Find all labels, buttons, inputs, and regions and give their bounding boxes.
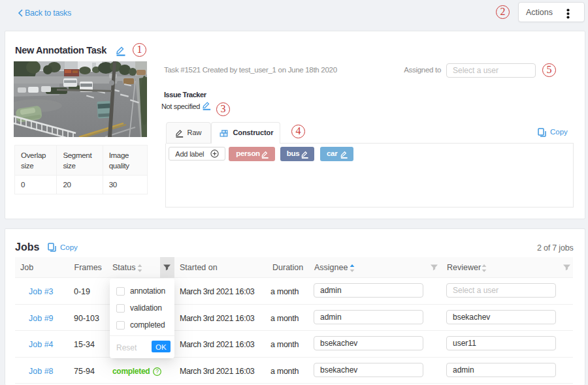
svg-text:?: ? xyxy=(155,368,159,375)
